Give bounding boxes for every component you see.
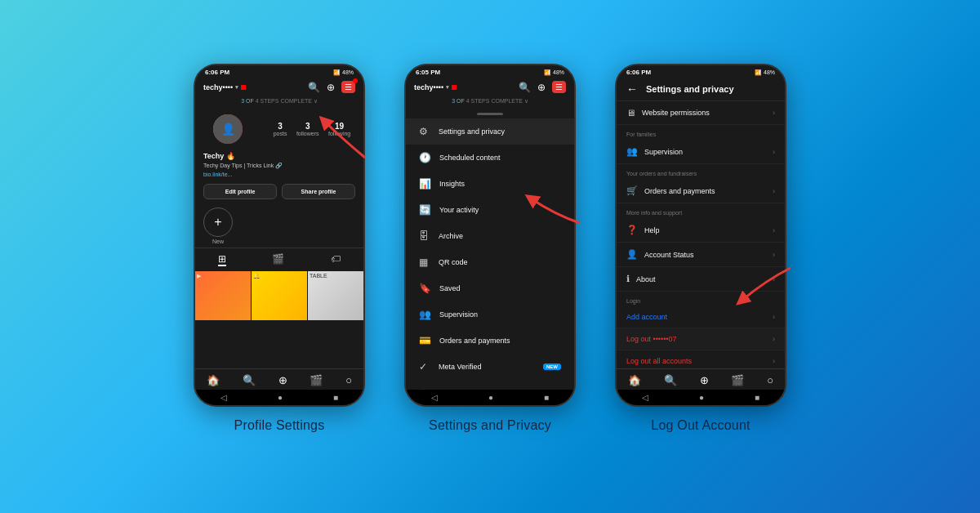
signal-icon: 📶 — [333, 69, 341, 76]
posts-tabs-1: ⊞ 🎬 🏷 — [195, 248, 363, 271]
home-btn-1[interactable]: ● — [278, 393, 283, 402]
add-circle-1[interactable]: + — [203, 207, 233, 237]
status-bar-3: 6:06 PM 📶 48% — [617, 65, 785, 78]
home-nav-icon-3[interactable]: 🏠 — [628, 374, 641, 386]
menu-label-settings: Settings and privacy — [439, 127, 561, 136]
settings-item-help[interactable]: ❓ Help › — [617, 218, 785, 243]
back-btn-2[interactable]: ◁ — [431, 393, 438, 402]
si-left-supervision: 👥 Supervision — [626, 146, 683, 157]
post-thumb-1[interactable]: ▶ — [195, 271, 251, 320]
menu-item-insights[interactable]: 📊 Insights — [406, 171, 574, 197]
add-nav-icon[interactable]: ⊕ — [278, 374, 287, 386]
menu-item-orders[interactable]: 💳 Orders and payments — [406, 328, 574, 354]
menu-item-scheduled[interactable]: 🕐 Scheduled content — [406, 145, 574, 171]
handle-bar-2 — [477, 113, 503, 115]
post-thumb-2[interactable]: 🔔 — [252, 271, 307, 320]
reels-nav-icon[interactable]: 🎬 — [310, 374, 323, 386]
home-btn-3[interactable]: ● — [699, 393, 704, 402]
activity-icon: 🔄 — [419, 204, 431, 216]
home-btn-2[interactable]: ● — [488, 393, 493, 402]
recent-btn-1[interactable]: ■ — [333, 393, 338, 402]
tagged-tab[interactable]: 🏷 — [331, 253, 341, 266]
back-arrow-3[interactable]: ← — [626, 83, 638, 96]
settings-item-add-account[interactable]: Add account › — [617, 306, 785, 328]
settings-item-about[interactable]: ℹ About › — [617, 267, 785, 292]
settings-item-supervision[interactable]: 👥 Supervision › — [617, 140, 785, 164]
reels-nav-icon-3[interactable]: 🎬 — [731, 374, 744, 386]
recent-btn-2[interactable]: ■ — [544, 393, 549, 402]
recent-btn-3[interactable]: ■ — [755, 393, 760, 402]
back-btn-3[interactable]: ◁ — [642, 393, 648, 402]
back-btn-1[interactable]: ◁ — [220, 393, 227, 402]
bottom-nav-1: 🏠 🔍 ⊕ 🎬 ○ — [195, 368, 363, 390]
section-label-support: More info and support — [617, 203, 785, 218]
ig-username-1: techy•••• ▾ — [203, 83, 246, 91]
phone1: 6:06 PM 📶 48% techy•••• ▾ 🔍 — [194, 64, 365, 407]
menu-item-activity[interactable]: 🔄 Your activity — [406, 197, 574, 223]
menu-icon-2[interactable]: ☰ — [552, 81, 566, 93]
menu-item-qr[interactable]: ▦ QR code — [406, 249, 574, 275]
home-nav-icon[interactable]: 🏠 — [207, 374, 220, 386]
add-icon-2[interactable]: ⊕ — [537, 82, 546, 93]
profile-buttons-1: Edit profile Share profile — [195, 179, 363, 204]
search-nav-icon[interactable]: 🔍 — [243, 374, 256, 386]
profile-nav-icon-3[interactable]: ○ — [767, 374, 773, 386]
profile-nav-icon[interactable]: ○ — [345, 374, 352, 386]
settings-item-logout[interactable]: Log out ••••••07 › — [617, 328, 785, 350]
edit-profile-btn[interactable]: Edit profile — [203, 184, 277, 199]
about-icon: ℹ — [626, 274, 630, 284]
share-profile-btn[interactable]: Share profile — [282, 184, 355, 199]
steps-text-2b: 4 STEPS COMPLETE ∨ — [466, 98, 528, 104]
si-label-logout-all: Log out all accounts — [626, 357, 692, 365]
settings-item-website[interactable]: 🖥 Website permissions › — [617, 101, 785, 125]
si-left-about: ℹ About — [626, 274, 656, 284]
menu-label-saved: Saved — [439, 284, 561, 292]
settings-item-logout-all[interactable]: Log out all accounts › — [617, 350, 785, 368]
stat-followers: 3 followers — [296, 122, 319, 136]
si-left-website: 🖥 Website permissions — [626, 108, 710, 118]
post-overlay-2: 🔔 — [253, 273, 261, 279]
si-arrow-supervision: › — [773, 148, 775, 156]
search-icon-2[interactable]: 🔍 — [519, 82, 531, 93]
settings-item-orders[interactable]: 🛒 Orders and payments › — [617, 179, 785, 203]
menu-item-saved[interactable]: 🔖 Saved — [406, 275, 574, 301]
menu-label-activity: Your activity — [439, 206, 561, 214]
time-1: 6:06 PM — [205, 69, 229, 76]
add-nav-icon-3[interactable]: ⊕ — [700, 374, 709, 386]
status-icons-2: 📶 48% — [544, 69, 564, 76]
menu-item-supervision[interactable]: 👥 Supervision — [406, 301, 574, 328]
add-icon-1[interactable]: ⊕ — [327, 82, 335, 93]
post-overlay-3: TABLE — [310, 273, 327, 279]
android-nav-1: ◁ ● ■ — [195, 390, 363, 405]
profile-link-1[interactable]: bio.link/te... — [195, 170, 363, 179]
section-label-login: Login — [617, 292, 785, 306]
scheduled-icon: 🕐 — [419, 152, 431, 163]
si-label-logout: Log out ••••••07 — [626, 335, 676, 343]
menu-item-friends[interactable]: ★ Close Friends — [406, 380, 574, 390]
phone3-label: Log Out Account — [651, 418, 750, 433]
supervision-icon: 👥 — [419, 309, 431, 320]
grid-tab[interactable]: ⊞ — [218, 253, 226, 266]
menu-item-archive[interactable]: 🗄 Archive — [406, 223, 574, 249]
search-nav-icon-3[interactable]: 🔍 — [664, 374, 677, 386]
menu-item-settings[interactable]: ⚙ Settings and privacy — [406, 118, 574, 145]
orders-icon: 💳 — [419, 335, 431, 346]
bottom-nav-3: 🏠 🔍 ⊕ 🎬 ○ — [617, 368, 785, 390]
profile-stats-1: 3 posts 3 followers 19 following — [269, 122, 355, 136]
reels-tab[interactable]: 🎬 — [272, 253, 284, 266]
settings-item-account-status[interactable]: 👤 Account Status › — [617, 243, 785, 267]
settings-content-3: 🖥 Website permissions › For families 👥 S… — [617, 101, 785, 368]
menu-item-meta[interactable]: ✓ Meta Verified NEW — [406, 354, 574, 380]
time-3: 6:06 PM — [626, 69, 651, 76]
dropdown-arrow-2: ▾ — [446, 84, 449, 91]
si-label-help: Help — [644, 226, 660, 234]
settings-title-3: Settings and privacy — [646, 84, 734, 94]
battery-3: 48% — [764, 69, 775, 75]
search-icon-1[interactable]: 🔍 — [308, 82, 320, 93]
post-thumb-3[interactable]: TABLE — [308, 271, 363, 320]
si-arrow-logout: › — [773, 335, 775, 343]
steps-bar-1: 3 OF 4 STEPS COMPLETE ∨ — [195, 96, 363, 106]
profile-avatar-1: 👤 — [212, 113, 244, 145]
menu-icon-1[interactable]: ☰ — [341, 81, 355, 93]
account-status-icon: 👤 — [626, 249, 638, 260]
